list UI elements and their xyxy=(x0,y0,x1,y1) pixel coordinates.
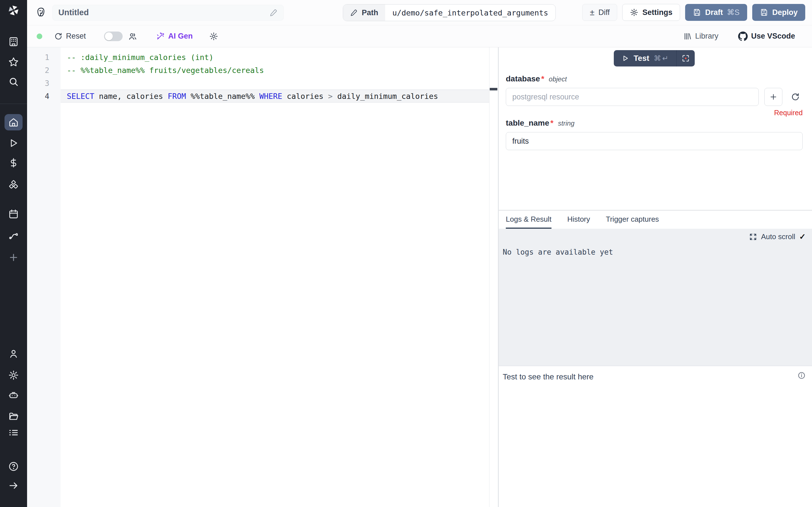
script-title-field[interactable]: Untitled xyxy=(52,5,284,20)
sidebar-item-variables[interactable] xyxy=(0,155,27,171)
use-vscode-label: Use VScode xyxy=(751,32,795,41)
ai-gen-label: AI Gen xyxy=(168,32,193,41)
sidebar-item-resources[interactable] xyxy=(0,177,27,193)
test-button[interactable]: Test ⌘↵ xyxy=(614,50,676,66)
auto-scroll-toggle[interactable]: Auto scroll ✓ xyxy=(749,232,806,241)
sidebar-item-folders[interactable] xyxy=(0,408,27,424)
saved-status-dot xyxy=(37,34,42,39)
tab-logs-result[interactable]: Logs & Result xyxy=(506,211,552,229)
line-number: 4 xyxy=(27,92,61,101)
reset-button[interactable]: Reset xyxy=(54,32,86,41)
code-editor[interactable]: 1-- :daily_minimum_calories (int)2-- %%t… xyxy=(27,47,498,507)
logs-section: Auto scroll ✓ No logs are available yet xyxy=(499,229,812,365)
required-asterisk: * xyxy=(541,74,544,83)
tab-trigger-captures[interactable]: Trigger captures xyxy=(606,211,659,229)
test-button-group: Test ⌘↵ xyxy=(614,50,695,66)
plus-minus-icon: ± xyxy=(590,8,594,17)
result-empty-message: Test to see the result here xyxy=(503,372,594,381)
draft-label: Draft xyxy=(705,8,723,17)
code-line-text xyxy=(61,76,489,90)
auto-scroll-label: Auto scroll xyxy=(761,232,795,241)
field-table-name-type: string xyxy=(558,119,574,127)
multiplayer-toggle[interactable] xyxy=(104,32,123,41)
sidebar-item-flows[interactable] xyxy=(0,228,27,243)
database-required-error: Required xyxy=(506,109,803,117)
editor-toolbar: Reset AI Gen Library Use VScode xyxy=(27,25,812,47)
code-line[interactable]: 3 xyxy=(27,76,489,90)
logs-empty-message: No logs are available yet xyxy=(503,248,613,256)
deploy-label: Deploy xyxy=(772,8,798,17)
settings-label: Settings xyxy=(642,8,672,17)
favorites-star-icon[interactable] xyxy=(0,54,27,70)
library-icon xyxy=(683,32,692,41)
deploy-button[interactable]: Deploy xyxy=(752,4,805,21)
required-asterisk: * xyxy=(550,119,553,128)
edit-title-pencil-icon[interactable] xyxy=(269,8,278,17)
collapse-sidebar-arrow-icon[interactable] xyxy=(0,478,27,494)
add-resource-button[interactable] xyxy=(764,88,782,106)
sidebar-item-home[interactable] xyxy=(4,114,22,130)
windmill-logo-icon[interactable] xyxy=(0,4,27,17)
refresh-resources-button[interactable] xyxy=(788,90,803,104)
workspace-icon[interactable] xyxy=(0,34,27,50)
capture-test-button[interactable] xyxy=(677,50,695,66)
capture-icon xyxy=(681,54,690,62)
checkmark-icon: ✓ xyxy=(799,232,806,241)
expand-icon xyxy=(749,233,757,241)
edit-path-pencil-icon xyxy=(350,9,358,17)
sidebar-item-account[interactable] xyxy=(0,346,27,362)
table-name-input[interactable] xyxy=(506,132,803,150)
cursor-position-marker xyxy=(490,88,497,91)
code-line-text: -- %%table_name%% fruits/vegetables/cere… xyxy=(61,64,489,76)
code-line-text: -- :daily_minimum_calories (int) xyxy=(61,51,489,64)
refresh-icon xyxy=(54,32,63,41)
result-section: Test to see the result here xyxy=(499,365,812,507)
help-icon[interactable] xyxy=(0,459,27,474)
toggle-knob xyxy=(105,33,113,40)
library-label: Library xyxy=(695,32,718,41)
path-label-segment[interactable]: Path xyxy=(343,4,385,21)
test-shortcut: ⌘↵ xyxy=(654,54,668,63)
field-table-name-name: table_name xyxy=(506,119,549,128)
gear-icon xyxy=(630,8,638,17)
code-line[interactable]: 2-- %%table_name%% fruits/vegetables/cer… xyxy=(27,64,489,76)
topbar: Untitled Path u/demo/safe_interpolated_a… xyxy=(27,0,812,25)
sidebar-add-button[interactable] xyxy=(0,249,27,265)
sidebar-item-runs[interactable] xyxy=(0,135,27,151)
path-value: u/demo/safe_interpolated_arguments xyxy=(385,4,556,21)
sidebar-item-workers[interactable] xyxy=(0,388,27,403)
field-database-type: object xyxy=(549,75,567,83)
editor-settings-gear-icon[interactable] xyxy=(209,32,218,41)
refresh-icon xyxy=(791,93,800,101)
sidebar-item-settings[interactable] xyxy=(0,367,27,383)
sidebar-item-audit-logs[interactable] xyxy=(0,425,27,441)
enter-key-glyph: ↵ xyxy=(662,54,668,63)
play-icon xyxy=(622,55,629,62)
diff-button[interactable]: ± Diff xyxy=(582,4,617,21)
test-label: Test xyxy=(633,54,649,63)
draft-shortcut: ⌘S xyxy=(727,8,740,17)
field-database: database * object Required xyxy=(506,74,803,117)
result-tabs: Logs & Result History Trigger captures xyxy=(499,211,812,229)
tab-history[interactable]: History xyxy=(567,211,590,229)
library-button[interactable]: Library xyxy=(683,32,718,41)
database-resource-input[interactable] xyxy=(506,88,759,106)
ai-gen-button[interactable]: AI Gen xyxy=(156,32,193,41)
settings-button[interactable]: Settings xyxy=(622,4,680,21)
plus-icon xyxy=(769,93,777,101)
multiplayer-users-icon[interactable] xyxy=(128,32,137,41)
path-control[interactable]: Path u/demo/safe_interpolated_arguments xyxy=(343,4,556,21)
info-icon[interactable] xyxy=(797,371,806,380)
line-number: 1 xyxy=(27,53,61,62)
draft-button[interactable]: Draft ⌘S xyxy=(685,4,747,21)
use-vscode-button[interactable]: Use VScode xyxy=(738,32,795,41)
path-label: Path xyxy=(362,8,378,17)
search-icon[interactable] xyxy=(0,74,27,90)
code-line[interactable]: 1-- :daily_minimum_calories (int) xyxy=(27,51,489,64)
editor-overview-ruler[interactable] xyxy=(489,47,498,507)
sidebar-item-schedules[interactable] xyxy=(0,206,27,222)
reset-label: Reset xyxy=(66,32,86,41)
code-line[interactable]: 4SELECT name, calories FROM %%table_name… xyxy=(27,90,489,103)
magic-wand-icon xyxy=(156,32,165,41)
cmd-key-glyph: ⌘ xyxy=(654,54,661,63)
